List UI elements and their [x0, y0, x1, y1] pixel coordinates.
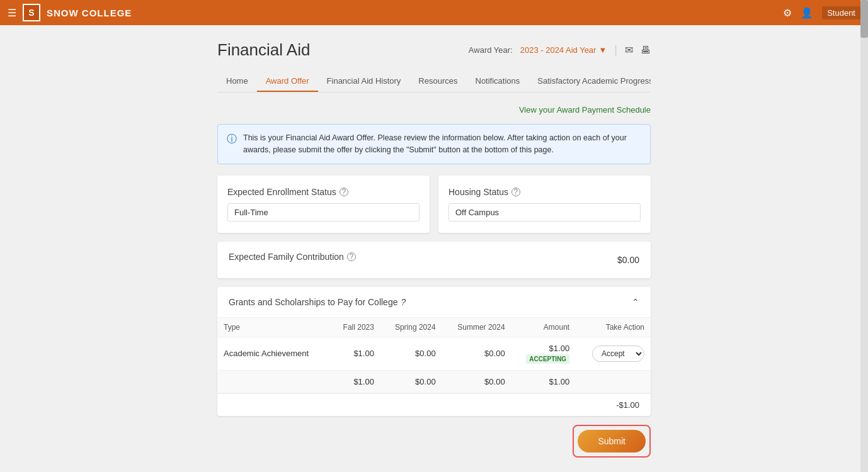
nav-tabs: Home Award Offer Financial Aid History R…: [217, 71, 651, 93]
tab-home[interactable]: Home: [217, 71, 257, 92]
housing-help-icon[interactable]: ?: [511, 188, 520, 196]
action-dropdown[interactable]: Accept Decline: [592, 346, 644, 362]
collapse-icon[interactable]: ⌃: [632, 297, 639, 307]
efc-card: Expected Family Contribution ? $0.00: [217, 242, 651, 278]
award-year-label: Award Year:: [469, 45, 513, 55]
row-spring: $0.00: [380, 337, 442, 370]
status-cards-row: Expected Enrollment Status ? Full-Time H…: [217, 176, 651, 242]
col-fall: Fall 2023: [330, 318, 380, 337]
totals-label: [217, 370, 330, 393]
email-icon[interactable]: ✉: [625, 44, 633, 56]
grants-table: Type Fall 2023 Spring 2024 Summer 2024 A…: [217, 318, 651, 393]
top-navigation: ☰ S SNOW COLLEGE ⚙ 👤 Student: [0, 0, 868, 25]
print-icon[interactable]: 🖶: [641, 45, 651, 56]
user-label[interactable]: Student: [822, 6, 860, 20]
enrollment-help-icon[interactable]: ?: [340, 188, 348, 196]
totals-fall: $1.00: [330, 370, 380, 393]
scrollbar-thumb[interactable]: [860, 0, 868, 38]
totals-row: $1.00 $0.00 $0.00 $1.00: [217, 370, 651, 393]
col-summer: Summer 2024: [442, 318, 511, 337]
row-type: Academic Achievement: [217, 337, 330, 370]
col-type: Type: [217, 318, 330, 337]
grants-footer-total: -$1.00: [616, 400, 639, 410]
housing-status-title: Housing Status ?: [448, 187, 641, 197]
col-action: Take Action: [576, 318, 651, 337]
grants-header: Grants and Scholarships to Pay for Colle…: [217, 287, 651, 318]
tab-financial-aid-history[interactable]: Financial Aid History: [318, 71, 410, 92]
tab-notifications[interactable]: Notifications: [467, 71, 529, 92]
chevron-down-icon: ▼: [598, 45, 607, 55]
grants-footer: -$1.00: [217, 393, 651, 416]
award-year-select[interactable]: 2023 - 2024 Aid Year ▼: [520, 45, 607, 55]
divider: |: [614, 43, 617, 57]
payment-schedule-link[interactable]: View your Award Payment Schedule: [519, 105, 651, 115]
housing-status-card: Housing Status ? Off Campus: [438, 176, 651, 233]
page-header: Financial Aid Award Year: 2023 - 2024 Ai…: [217, 40, 651, 60]
efc-title: Expected Family Contribution ?: [229, 252, 356, 262]
settings-icon[interactable]: ⚙: [783, 7, 792, 19]
col-spring: Spring 2024: [380, 318, 442, 337]
enrollment-status-value: Full-Time: [227, 203, 420, 222]
grants-help-icon[interactable]: ?: [401, 297, 406, 307]
submit-button[interactable]: Submit: [578, 430, 646, 452]
row-summer: $0.00: [442, 337, 511, 370]
tab-satisfactory-academic-progress[interactable]: Satisfactory Academic Progress: [528, 71, 651, 92]
header-right: Award Year: 2023 - 2024 Aid Year ▼ | ✉ 🖶: [469, 43, 651, 57]
status-badge: ACCEPTING: [526, 354, 569, 364]
nav-right: ⚙ 👤 Student: [783, 6, 860, 20]
table-row: Academic Achievement $1.00 $0.00 $0.00 $…: [217, 337, 651, 370]
row-action: Accept Decline: [576, 337, 651, 370]
hamburger-menu-icon[interactable]: ☰: [8, 7, 16, 19]
nav-left: ☰ S SNOW COLLEGE: [8, 4, 132, 21]
housing-status-value: Off Campus: [448, 203, 641, 222]
row-fall: $1.00: [330, 337, 380, 370]
table-header-row: Type Fall 2023 Spring 2024 Summer 2024 A…: [217, 318, 651, 337]
grants-title: Grants and Scholarships to Pay for Colle…: [229, 297, 406, 307]
enrollment-status-title: Expected Enrollment Status ?: [227, 187, 420, 197]
amount-with-badge: $1.00 ACCEPTING: [518, 344, 570, 364]
payment-schedule-area: View your Award Payment Schedule: [217, 104, 651, 115]
tab-resources[interactable]: Resources: [409, 71, 466, 92]
efc-amount: $0.00: [617, 255, 639, 265]
submit-area: Submit: [217, 425, 651, 458]
info-circle-icon: ⓘ: [227, 133, 237, 146]
college-logo: S: [23, 4, 40, 21]
college-name: SNOW COLLEGE: [47, 8, 132, 18]
submit-wrapper: Submit: [573, 425, 651, 458]
efc-help-icon[interactable]: ?: [347, 252, 356, 261]
main-content: Financial Aid Award Year: 2023 - 2024 Ai…: [207, 25, 661, 472]
info-banner-text: This is your Financial Aid Award Offer. …: [243, 132, 641, 156]
totals-spring: $0.00: [380, 370, 442, 393]
row-amount: $1.00 ACCEPTING: [511, 337, 576, 370]
enrollment-status-card: Expected Enrollment Status ? Full-Time: [217, 176, 430, 233]
totals-summer: $0.00: [442, 370, 511, 393]
totals-amount: $1.00: [511, 370, 576, 393]
totals-action: [576, 370, 651, 393]
col-amount: Amount: [511, 318, 576, 337]
scrollbar-track[interactable]: [860, 0, 868, 472]
user-icon[interactable]: 👤: [801, 7, 813, 19]
tab-award-offer[interactable]: Award Offer: [257, 71, 318, 92]
info-banner: ⓘ This is your Financial Aid Award Offer…: [217, 124, 651, 164]
page-title: Financial Aid: [217, 40, 310, 60]
grants-card: Grants and Scholarships to Pay for Colle…: [217, 287, 651, 416]
